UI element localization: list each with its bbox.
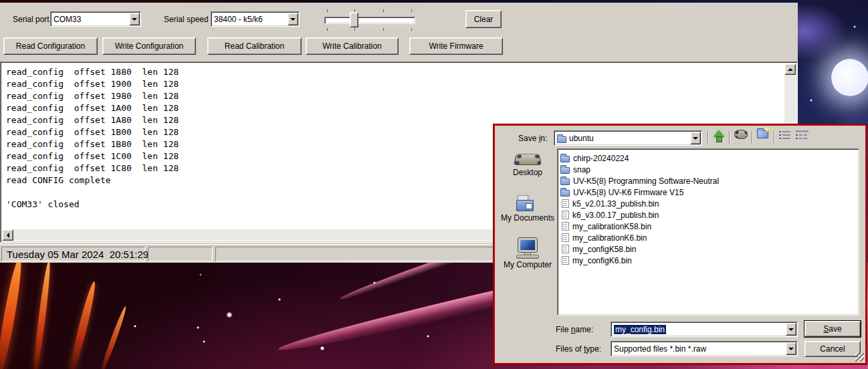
slider-tick [411, 28, 412, 31]
place-label: My Computer [498, 260, 557, 269]
files-of-type-value: Supported files *.bin *.raw [614, 342, 706, 356]
desktop-icon [514, 154, 542, 166]
slider-tick [411, 9, 412, 12]
serial-speed-select[interactable]: 38400 - k5/k6 [211, 11, 300, 27]
chevron-up-icon [788, 66, 793, 71]
file-item[interactable]: my_configK6.bin [558, 255, 859, 266]
chevron-down-icon [788, 348, 794, 353]
serial-speed-dropdown-button[interactable] [288, 13, 298, 25]
file-item[interactable]: UV-K5(8) UV-K6 Firmware V15 [558, 187, 859, 198]
file-name: my_calibrationK58.bin [572, 222, 651, 231]
file-name-dropdown-button[interactable] [786, 323, 796, 336]
clear-button-label: Clear [474, 15, 494, 24]
button-label: Write Configuration [115, 41, 184, 51]
read-configuration-button[interactable]: Read Configuration [3, 37, 98, 55]
serial-port-dropdown-button[interactable] [129, 13, 140, 25]
file-item[interactable]: my_calibrationK58.bin [558, 221, 859, 232]
file-list[interactable]: chirp-20240224 snap UV-K5(8) Programming… [557, 148, 859, 316]
details-view-button[interactable] [796, 128, 808, 142]
file-icon [562, 256, 569, 265]
file-icon [562, 245, 569, 253]
log-line: 'COM33' closed [6, 199, 179, 211]
file-item[interactable]: my_configK58.bin [558, 243, 859, 255]
slider-tick [383, 28, 384, 31]
files-of-type-select[interactable]: Supported files *.bin *.raw [611, 341, 798, 356]
chevron-down-icon [132, 18, 137, 23]
save-in-value: ubuntu [569, 131, 594, 145]
cancel-button[interactable]: Cancel [804, 341, 861, 357]
view-desktop-button[interactable] [734, 128, 748, 142]
file-name: my_configK58.bin [572, 245, 636, 254]
write-firmware-button[interactable]: Write Firmware [409, 37, 503, 55]
place-label: Desktop [498, 168, 557, 177]
slider-tick [354, 28, 355, 31]
chevron-down-icon [693, 137, 698, 142]
slider-thumb[interactable] [350, 12, 358, 27]
log-line: read CONFIG complete [6, 175, 179, 187]
file-item[interactable]: k6_v3.00.17_publish.bin [558, 209, 859, 221]
file-name-value: my_config.bin [614, 325, 666, 334]
place-my-documents[interactable]: My Documents [498, 195, 557, 223]
write-calibration-button[interactable]: Write Calibration [306, 37, 399, 55]
file-name: k5_v2.01.33_publish.bin [572, 199, 659, 209]
file-icon [562, 199, 569, 208]
log-line: read_config offset 1980 len 128 [6, 91, 179, 103]
create-new-folder-button[interactable] [757, 128, 768, 141]
scroll-up-button[interactable] [784, 64, 796, 75]
files-of-type-dropdown-button[interactable] [786, 342, 796, 355]
place-desktop[interactable]: Desktop [498, 152, 557, 177]
up-arrow-icon [713, 130, 725, 143]
write-configuration-button[interactable]: Write Configuration [102, 37, 196, 55]
file-name-input[interactable]: my_config.bin [611, 322, 798, 337]
place-my-computer[interactable]: My Computer [498, 238, 557, 269]
toolbar-separator [729, 131, 730, 144]
file-name: my_configK6.bin [572, 256, 632, 265]
slider-tick [327, 28, 328, 31]
file-item[interactable]: UV-K5(8) Programming Software-Neutral [558, 175, 859, 187]
file-icon [562, 222, 569, 231]
wallpaper-lava-streak [98, 305, 128, 369]
clear-button[interactable]: Clear [465, 10, 502, 28]
save-in-select[interactable]: ubuntu [554, 130, 702, 146]
serial-port-select[interactable]: COM33 [50, 11, 141, 27]
status-datetime: Tuesday 05 Mar 2024 20:51:29 [7, 249, 148, 260]
details-view-icon [796, 130, 808, 139]
speed-slider[interactable] [323, 9, 417, 31]
file-name: UV-K5(8) UV-K6 Firmware V15 [573, 188, 683, 197]
folder-icon [560, 178, 570, 185]
serial-port-label: Serial port [13, 15, 49, 24]
save-button[interactable]: Save [804, 321, 861, 337]
slider-tick [383, 9, 384, 12]
list-view-button[interactable] [779, 128, 790, 142]
file-item[interactable]: k5_v2.01.33_publish.bin [558, 198, 859, 209]
up-one-level-button[interactable] [713, 130, 725, 146]
button-label: Read Calibration [225, 41, 284, 51]
cancel-button-label: Cancel [820, 344, 845, 354]
wallpaper-lava-streak [68, 281, 98, 369]
file-item[interactable]: snap [558, 164, 859, 175]
resize-grip[interactable] [855, 353, 864, 362]
toolbar-separator [774, 131, 775, 144]
file-name: chirp-20240224 [573, 154, 629, 163]
toolbar-separator [708, 131, 709, 144]
button-label: Read Configuration [16, 41, 85, 51]
chevron-down-icon [788, 328, 794, 334]
read-calibration-button[interactable]: Read Calibration [207, 37, 302, 55]
my-documents-icon [516, 195, 539, 211]
save-in-dropdown-button[interactable] [690, 132, 701, 144]
wallpaper-moon [831, 59, 868, 96]
log-line: read_config offset 1B00 len 128 [6, 127, 179, 139]
folder-icon [560, 167, 570, 174]
file-item[interactable]: chirp-20240224 [558, 152, 859, 164]
slider-track[interactable] [324, 17, 415, 24]
serial-port-value: COM33 [53, 12, 81, 26]
wallpaper-lava-streak [0, 263, 25, 369]
folder-icon [560, 156, 570, 162]
log-line: read_config offset 1A00 len 128 [6, 103, 179, 115]
serial-speed-value: 38400 - k5/k6 [214, 12, 263, 26]
file-item[interactable]: my_calibrationK6.bin [558, 232, 859, 243]
log-line: read_config offset 1C80 len 128 [6, 163, 179, 175]
scroll-left-button[interactable] [2, 229, 13, 241]
folder-icon [557, 136, 566, 143]
log-line: read_config offset 1900 len 128 [6, 79, 179, 91]
